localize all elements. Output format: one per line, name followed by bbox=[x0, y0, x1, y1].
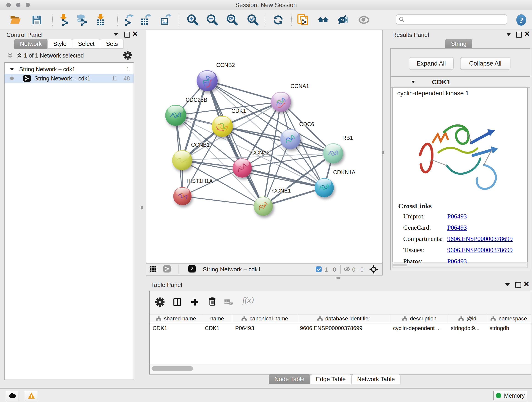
hide-selected-icon[interactable] bbox=[337, 14, 350, 26]
results-hscrollbar-thumb[interactable] bbox=[393, 264, 407, 266]
network-options-gear-icon[interactable] bbox=[123, 51, 132, 61]
open-session-icon[interactable] bbox=[9, 14, 22, 26]
results-panel-menu-icon[interactable] bbox=[506, 33, 511, 36]
tab-string[interactable]: String bbox=[445, 39, 472, 49]
refresh-icon[interactable] bbox=[272, 14, 284, 26]
network-node-CDK1[interactable] bbox=[212, 116, 233, 137]
network-node-RB1[interactable] bbox=[323, 143, 343, 163]
search-field[interactable] bbox=[396, 14, 507, 25]
crosslink-value-link[interactable]: 9606.ENSP00000378699 bbox=[447, 246, 513, 254]
import-table-from-file-icon[interactable] bbox=[94, 14, 107, 26]
column-header-canonical-name[interactable]: canonical name bbox=[232, 314, 297, 323]
column-header-namespace[interactable]: namespace bbox=[487, 314, 531, 323]
tab-node-table[interactable]: Node Table bbox=[269, 374, 310, 384]
network-node-CDKN1A[interactable] bbox=[315, 178, 334, 197]
zoom-selected-icon[interactable] bbox=[247, 14, 259, 26]
zoom-out-icon[interactable] bbox=[206, 14, 218, 26]
table-cell[interactable]: P06493 bbox=[233, 324, 298, 333]
network-node-HIST1H1A[interactable] bbox=[173, 187, 191, 205]
add-column-icon[interactable] bbox=[190, 298, 199, 307]
column-header-@id[interactable]: @id bbox=[448, 314, 487, 323]
tab-sets[interactable]: Sets bbox=[100, 39, 123, 49]
network-node-CCNB2[interactable] bbox=[196, 70, 218, 91]
protein-structure-image[interactable] bbox=[409, 102, 510, 198]
results-panel-float-icon[interactable] bbox=[516, 32, 522, 38]
column-header-shared-name[interactable]: shared name bbox=[150, 314, 202, 323]
export-table-icon[interactable] bbox=[140, 14, 152, 26]
control-panel-menu-icon[interactable] bbox=[114, 33, 118, 36]
birds-eye-view-icon[interactable] bbox=[188, 265, 196, 273]
crosslink-value-link[interactable]: P06493 bbox=[447, 213, 467, 220]
network-node-CCNE1[interactable] bbox=[254, 197, 273, 216]
fit-selected-crosshair-icon[interactable] bbox=[369, 265, 378, 274]
network-view-status-bar: String Network – cdk1 1 - 0 0 - 0 bbox=[146, 263, 383, 275]
crosslink-value-link[interactable]: 9606.ENSP00000378699 bbox=[447, 235, 513, 242]
network-collection-row[interactable]: String Network – cdk1 1 bbox=[5, 65, 133, 74]
table-panel-close-icon[interactable]: ✕ bbox=[524, 282, 529, 287]
tab-select[interactable]: Select bbox=[72, 39, 100, 49]
table-row[interactable]: CDK1CDK1P064939606.ENSP00000378699cyclin… bbox=[150, 324, 531, 333]
network-edge[interactable] bbox=[207, 81, 263, 206]
table-cell[interactable]: stringdb bbox=[487, 324, 531, 333]
entry-collapse-icon[interactable] bbox=[411, 81, 415, 83]
memory-button[interactable]: Memory bbox=[493, 391, 527, 400]
save-session-icon[interactable] bbox=[31, 14, 43, 26]
table-cell[interactable]: CDK1 bbox=[202, 324, 232, 333]
results-hscrollbar[interactable] bbox=[393, 263, 528, 268]
network-row-selected[interactable]: String Network – cdk1 11 48 bbox=[5, 74, 133, 83]
search-input[interactable] bbox=[406, 16, 507, 23]
selected-count-checkbox-icon[interactable] bbox=[316, 266, 322, 274]
export-network-icon[interactable] bbox=[123, 14, 135, 26]
tab-edge-table[interactable]: Edge Table bbox=[310, 374, 351, 384]
help-icon[interactable]: ? bbox=[515, 14, 527, 26]
network-node-CCNA2[interactable] bbox=[233, 158, 252, 178]
column-header-name[interactable]: name bbox=[202, 314, 232, 323]
vertical-splitter-handle[interactable] bbox=[382, 151, 384, 154]
table-cell[interactable]: 9606.ENSP00000378699 bbox=[297, 324, 390, 333]
import-network-from-file-icon[interactable] bbox=[57, 14, 70, 26]
column-header-description[interactable]: description bbox=[390, 314, 448, 323]
table-options-gear-icon[interactable] bbox=[155, 298, 165, 307]
collapse-all-button[interactable]: Collapse All bbox=[460, 57, 510, 70]
table-cell[interactable]: CDK1 bbox=[150, 324, 202, 333]
crosslink-value-link[interactable]: P06493 bbox=[447, 224, 467, 231]
table-panel-float-icon[interactable] bbox=[515, 282, 521, 288]
collection-expand-icon[interactable] bbox=[10, 68, 14, 70]
vertical-splitter-handle[interactable] bbox=[141, 206, 143, 210]
first-neighbors-icon[interactable] bbox=[317, 14, 329, 26]
grid-view-icon[interactable] bbox=[150, 266, 157, 274]
zoom-fit-content-icon[interactable] bbox=[226, 14, 238, 26]
control-panel-close-icon[interactable]: ✕ bbox=[132, 32, 138, 36]
control-panel-float-icon[interactable] bbox=[124, 32, 130, 38]
table-hscrollbar[interactable] bbox=[150, 364, 531, 373]
network-node-CDC6[interactable] bbox=[280, 129, 300, 149]
results-panel-close-icon[interactable]: ✕ bbox=[524, 32, 530, 36]
horizontal-splitter-handle[interactable] bbox=[336, 277, 340, 279]
cloud-button[interactable] bbox=[6, 391, 19, 400]
toolbar-separator bbox=[265, 14, 265, 26]
export-image-icon[interactable] bbox=[159, 14, 172, 26]
tab-network-table[interactable]: Network Table bbox=[351, 374, 400, 384]
tab-network[interactable]: Network bbox=[14, 39, 47, 49]
network-edge[interactable] bbox=[242, 168, 324, 188]
network-node-CCNB1[interactable] bbox=[172, 150, 192, 170]
network-share-icon[interactable] bbox=[163, 265, 171, 273]
select-columns-icon[interactable] bbox=[173, 298, 182, 307]
network-edge[interactable] bbox=[182, 196, 263, 206]
warning-button[interactable] bbox=[25, 391, 38, 400]
network-node-CCNA1[interactable] bbox=[271, 92, 291, 112]
delete-column-trash-icon[interactable] bbox=[208, 297, 217, 307]
expand-all-button[interactable]: Expand All bbox=[409, 57, 454, 70]
table-cell[interactable]: cyclin-dependent ... bbox=[390, 324, 448, 333]
network-view-canvas[interactable]: CCNB2CCNA1CDC25BCDK1CDC6RB1CCNB1CCNA2CDK… bbox=[146, 30, 383, 263]
new-network-from-selection-icon[interactable] bbox=[297, 14, 309, 26]
zoom-in-icon[interactable] bbox=[186, 14, 199, 26]
table-hscrollbar-thumb[interactable] bbox=[152, 366, 193, 371]
entry-header[interactable]: CDK1 bbox=[391, 77, 530, 88]
network-node-CDC25B[interactable] bbox=[165, 105, 186, 126]
table-cell[interactable]: stringdb:9... bbox=[448, 324, 487, 333]
table-panel-menu-icon[interactable] bbox=[505, 283, 510, 286]
tab-style[interactable]: Style bbox=[47, 39, 72, 49]
column-header-database-identifier[interactable]: database identifier bbox=[297, 314, 390, 323]
import-network-from-database-icon[interactable] bbox=[76, 14, 88, 26]
